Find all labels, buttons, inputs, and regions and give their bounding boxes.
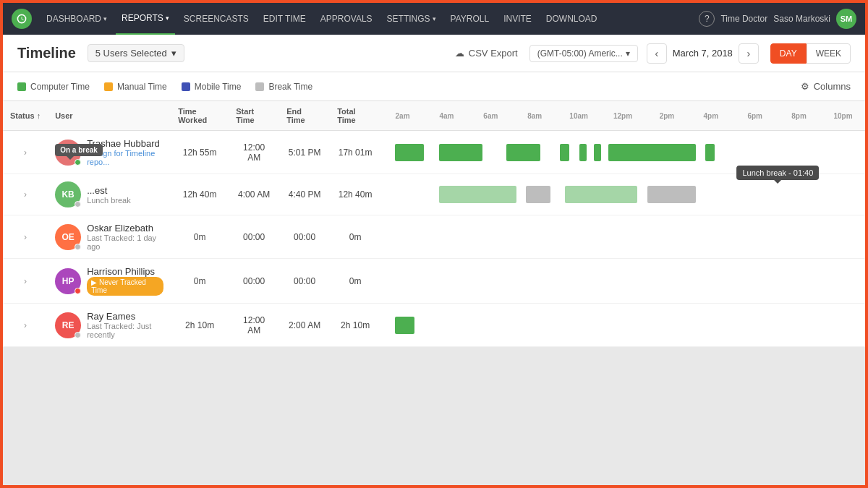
table-row: ›RERay EamesLast Tracked: Just recently2… — [3, 304, 865, 347]
user-name: Harrison Phillips — [87, 266, 163, 277]
timezone-select[interactable]: (GMT-05:00) Americ... ▾ — [529, 45, 638, 62]
week-toggle-button[interactable]: WEEK — [807, 43, 851, 64]
prev-date-button[interactable]: ‹ — [647, 43, 667, 64]
status-dot — [75, 288, 81, 294]
table-row: ›THTrashae HubbardDesign for Timeline re… — [3, 131, 865, 174]
nav-screencasts[interactable]: SCREENCASTS — [178, 3, 255, 35]
timeline-table: Status ↑ User TimeWorked StartTime EndTi… — [3, 101, 865, 347]
time-label-2am: 2am — [380, 109, 425, 123]
user-info: Ray EamesLast Tracked: Just recently — [87, 311, 163, 339]
expand-cell: › — [3, 215, 48, 259]
legend-bar: Computer Time Manual Time Mobile Time Br… — [3, 72, 865, 101]
col-header-start-time: StartTime — [229, 101, 279, 131]
expand-button[interactable]: › — [21, 187, 30, 202]
timeline-cell[interactable] — [380, 304, 865, 347]
avatar: HP — [55, 268, 81, 294]
time-label-2pm: 2pm — [644, 109, 689, 123]
col-header-status: Status ↑ — [3, 101, 48, 131]
user-name: Oskar Elizebath — [87, 223, 163, 234]
expand-button[interactable]: › — [21, 145, 30, 160]
legend-break-time: Break Time — [255, 82, 312, 92]
never-tracked-badge[interactable]: ▶ Never Tracked Time — [87, 277, 163, 296]
stat-cell: 2h 10m — [330, 304, 380, 347]
stat-cell: 00:00 — [279, 215, 330, 259]
col-header-total-time: TotalTime — [330, 101, 380, 131]
timeline-bar — [594, 144, 601, 161]
table-row: ›OEOskar ElizebathLast Tracked: 1 day ag… — [3, 215, 865, 259]
status-dot — [75, 159, 81, 166]
stat-cell: 12:00 AM — [229, 131, 279, 174]
users-select[interactable]: 5 Users Selected ▾ — [88, 44, 184, 62]
stat-cell: 00:00 — [279, 259, 330, 304]
nav-approvals[interactable]: APPROVALS — [315, 3, 378, 35]
timeline-cell[interactable]: Lunch break - 01:40 — [380, 174, 865, 215]
timeline-bar — [565, 186, 637, 203]
col-header-user: User — [48, 101, 171, 131]
expand-button[interactable]: › — [21, 273, 30, 289]
stat-cell: 00:00 — [229, 215, 279, 259]
user-avatar[interactable]: SM — [836, 9, 856, 29]
on-break-badge: On a break — [55, 144, 103, 156]
next-date-button[interactable]: › — [739, 43, 759, 64]
gear-icon: ⚙ — [801, 81, 809, 92]
nav-download[interactable]: DOWNLOAD — [540, 3, 603, 35]
timeline-bar — [608, 144, 696, 161]
columns-button[interactable]: ⚙ Columns — [801, 81, 851, 92]
page-title: Timeline — [17, 45, 76, 61]
time-label-10am: 10am — [557, 109, 601, 123]
nav-invite[interactable]: INVITE — [498, 3, 537, 35]
expand-cell: › — [3, 304, 48, 347]
stat-cell: 4:40 PM — [279, 174, 330, 215]
col-header-end-time: EndTime — [279, 101, 330, 131]
legend-manual-time: Manual Time — [104, 82, 167, 92]
user-name: ...est — [87, 185, 131, 196]
status-sort[interactable]: Status ↑ — [10, 111, 41, 120]
status-dot — [75, 201, 81, 207]
csv-export-button[interactable]: ☁ CSV Export — [455, 48, 518, 59]
user-name: Ray Eames — [87, 311, 163, 322]
nav-reports[interactable]: REPORTS ▾ — [116, 3, 175, 35]
timeline-bar — [560, 144, 569, 161]
day-toggle-button[interactable]: DAY — [770, 43, 807, 64]
expand-cell: › — [3, 174, 48, 215]
current-date: March 7, 2018 — [673, 48, 733, 59]
user-cell: KBOn a break...estLunch break — [48, 174, 171, 215]
stat-cell: 5:01 PM — [279, 131, 330, 174]
stat-cell: 17h 01m — [330, 131, 380, 174]
break-time-dot — [255, 82, 264, 91]
stat-cell: 4:00 AM — [229, 174, 279, 215]
user-sub: Last Tracked: Just recently — [87, 322, 163, 339]
expand-button[interactable]: › — [21, 317, 30, 333]
expand-button[interactable]: › — [21, 229, 30, 245]
timeline-bar — [439, 186, 516, 203]
nav-edittime[interactable]: EDIT TIME — [258, 3, 312, 35]
stat-cell: 0m — [330, 259, 380, 304]
date-navigation: ‹ March 7, 2018 › — [647, 43, 759, 64]
table-row: ›HPHarrison Phillips▶ Never Tracked Time… — [3, 259, 865, 304]
stat-cell: 0m — [330, 215, 380, 259]
nav-dashboard[interactable]: DASHBOARD ▾ — [41, 3, 113, 35]
user-sub: Last Tracked: 1 day ago — [87, 234, 163, 251]
stat-cell: 12h 40m — [171, 174, 229, 215]
company-name: Time Doctor — [720, 14, 767, 24]
timeline-cell[interactable] — [380, 215, 865, 259]
expand-cell: › — [3, 131, 48, 174]
user-info: Harrison Phillips▶ Never Tracked Time — [87, 266, 163, 296]
stat-cell: 0m — [171, 215, 229, 259]
stat-cell: 00:00 — [229, 259, 279, 304]
time-label-12pm: 12pm — [601, 109, 645, 123]
timeline-bar — [579, 144, 587, 161]
time-label-4pm: 4pm — [689, 109, 733, 123]
timeline-bar — [705, 144, 715, 161]
logo[interactable] — [12, 9, 32, 29]
help-icon[interactable]: ? — [699, 11, 715, 27]
timeline-bar — [506, 144, 540, 161]
nav-settings[interactable]: SETTINGS ▾ — [381, 3, 442, 35]
status-dot — [75, 244, 81, 250]
stat-cell: 2:00 AM — [279, 304, 330, 347]
avatar: RE — [55, 312, 81, 338]
nav-payroll[interactable]: PAYROLL — [445, 3, 495, 35]
user-cell: OEOskar ElizebathLast Tracked: 1 day ago — [48, 215, 171, 259]
timeline-cell[interactable] — [380, 259, 865, 304]
time-label-8pm: 8pm — [777, 109, 821, 123]
